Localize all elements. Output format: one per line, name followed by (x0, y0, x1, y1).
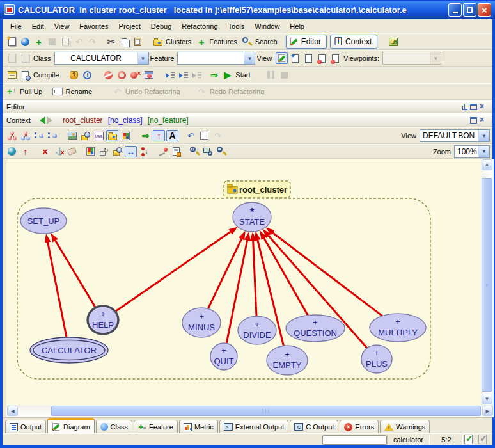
context-maximize-icon[interactable] (470, 117, 477, 124)
menu-project[interactable]: Project (114, 20, 146, 32)
crop-icon[interactable] (111, 146, 123, 157)
vertical-scrollbar[interactable]: ▲ ≡ ▼ (481, 159, 494, 405)
text-view-button[interactable] (276, 52, 288, 64)
delete-icon[interactable]: × (39, 146, 51, 157)
clusters-label[interactable]: Clusters (164, 38, 194, 45)
force-view-icon[interactable] (120, 130, 132, 141)
inheritance-arrow[interactable] (208, 237, 242, 309)
new-window-icon[interactable]: ★ (6, 36, 18, 47)
diagram-node-PLUS[interactable]: +PLUS (361, 345, 392, 373)
diagram-node-MULTIPLY[interactable]: +MULTIPLY (370, 314, 426, 342)
contract-view-button[interactable] (316, 52, 328, 64)
project-info-icon[interactable]: i (81, 69, 93, 81)
feature-combobox[interactable]: ▼ (177, 52, 255, 65)
vertical-space-icon[interactable]: ↓ (138, 146, 150, 157)
tab-feature[interactable]: +≡Feature (134, 420, 178, 433)
menu-edit[interactable]: Edit (27, 20, 49, 32)
cluster-label[interactable]: root_cluster (239, 185, 287, 195)
step-into-icon[interactable] (164, 69, 176, 81)
client-links-icon[interactable] (46, 130, 58, 141)
viewpoints-combobox-arrow-icon[interactable]: ▼ (430, 52, 441, 64)
diagram-node-QUIT[interactable]: +QUIT (210, 343, 237, 370)
copy-icon[interactable] (118, 36, 130, 47)
zoom-out-icon[interactable]: − (216, 146, 228, 157)
undo-refactoring-icon[interactable]: ↶ (111, 86, 123, 97)
diagram-redo-icon[interactable]: ↷ (212, 130, 224, 141)
menu-help[interactable]: Help (285, 20, 310, 32)
pull-up-label[interactable]: Pull Up (19, 88, 45, 95)
tab-errors[interactable]: ×Errors (340, 420, 379, 433)
tab-class[interactable]: Class (96, 420, 133, 433)
diagram-node-CALCULATOR[interactable]: CALCULATOR (30, 337, 108, 363)
fit-to-screen-icon[interactable] (6, 146, 18, 157)
class-combobox-arrow-icon[interactable]: ▼ (138, 52, 148, 64)
interface-view-button[interactable] (329, 52, 342, 64)
inheritance-arrow[interactable] (54, 239, 96, 308)
menu-tools[interactable]: Tools (223, 20, 250, 32)
tab-diagram[interactable]: Diagram (47, 418, 95, 433)
enable-breakpoints-icon[interactable] (102, 69, 114, 81)
quality-icon[interactable] (170, 146, 182, 157)
force-directed-icon[interactable]: ↑ (19, 146, 31, 157)
pause-icon[interactable] (265, 69, 277, 81)
forward-history-icon[interactable] (19, 52, 31, 64)
compile-label[interactable]: Compile (32, 71, 62, 79)
text-label-icon[interactable]: A (166, 130, 178, 141)
viewpoints-combobox[interactable]: ▼ (382, 52, 441, 65)
inheritance-arrow[interactable] (263, 236, 308, 316)
zoom-fit-icon[interactable] (202, 146, 214, 157)
rename-label[interactable]: Rename (64, 88, 95, 95)
context-forward-icon[interactable] (47, 116, 56, 124)
editor-maximize-icon[interactable] (470, 104, 477, 110)
straighten-links-icon[interactable] (157, 146, 169, 157)
create-link-icon[interactable]: ⇒ (139, 130, 152, 141)
eraser-icon[interactable] (66, 146, 78, 157)
redo-icon[interactable]: ↷ (86, 36, 98, 47)
diagram-node-HELP[interactable]: +HELP (88, 306, 118, 334)
horizontal-scroll-thumb[interactable]: ∣∣∣ (51, 406, 481, 416)
diagram-node-DIVIDE[interactable]: +DIVIDE (238, 316, 276, 344)
features-label[interactable]: Features (208, 38, 240, 45)
editor-float-icon[interactable] (462, 106, 468, 110)
save-icon[interactable] (46, 36, 58, 47)
editor-button[interactable]: Editor (286, 35, 327, 49)
context-path[interactable]: root_cluster (58, 116, 108, 125)
menu-favorites[interactable]: Favorites (74, 20, 113, 32)
diagram-view-combobox-arrow-icon[interactable]: ▼ (478, 130, 489, 141)
context-close-icon[interactable]: × (480, 116, 489, 124)
menu-debug[interactable]: Debug (146, 20, 177, 32)
menu-window[interactable]: Window (249, 20, 285, 32)
feature-combobox-arrow-icon[interactable]: ▼ (244, 52, 255, 64)
new-tab-icon[interactable]: + (33, 36, 45, 47)
scroll-right-icon[interactable]: ▶ (482, 406, 493, 416)
uml-view-icon[interactable]: UML (93, 130, 105, 141)
run-to-cursor-icon[interactable]: ⇒ (208, 69, 220, 81)
redo-refactoring-icon[interactable]: ↷ (196, 86, 208, 97)
cluster-view-icon[interactable] (106, 130, 118, 141)
pull-up-icon[interactable]: +↑ (6, 86, 18, 97)
export-image-icon[interactable] (66, 130, 78, 141)
back-history-icon[interactable] (6, 52, 18, 64)
stop-icon[interactable] (278, 69, 290, 81)
horizontal-space-icon[interactable]: ↔ (125, 146, 137, 157)
save-all-icon[interactable] (59, 36, 72, 47)
remove-anchor-icon[interactable]: ⚓× (52, 146, 65, 157)
melt-icon[interactable] (6, 69, 18, 81)
zoom-combobox-arrow-icon[interactable]: ▼ (478, 146, 489, 157)
start-icon[interactable]: ▶ (221, 69, 233, 81)
tab-external-output[interactable]: >_External Output (219, 420, 288, 433)
scroll-down-icon[interactable]: ▼ (482, 394, 492, 404)
inheritance-link-icon[interactable]: ↑ (153, 130, 165, 141)
diagram-canvas[interactable]: root_clusterSET_UP*STATE+HELPCALCULATOR+… (6, 159, 481, 405)
features-icon[interactable]: + (195, 36, 207, 47)
diagram-history-icon[interactable] (198, 130, 210, 141)
class-combobox[interactable]: CALCULATOR▼ (54, 52, 149, 65)
rename-icon[interactable]: I... (51, 86, 63, 97)
disable-breakpoints-icon[interactable] (116, 69, 128, 81)
scroll-left-icon[interactable]: ◀ (7, 406, 18, 416)
tab-output[interactable]: Output (5, 420, 46, 433)
menu-view[interactable]: View (49, 20, 75, 32)
context-back-icon[interactable] (36, 116, 45, 124)
tab-metric[interactable]: Metric (179, 420, 218, 433)
status-input[interactable] (322, 435, 387, 445)
